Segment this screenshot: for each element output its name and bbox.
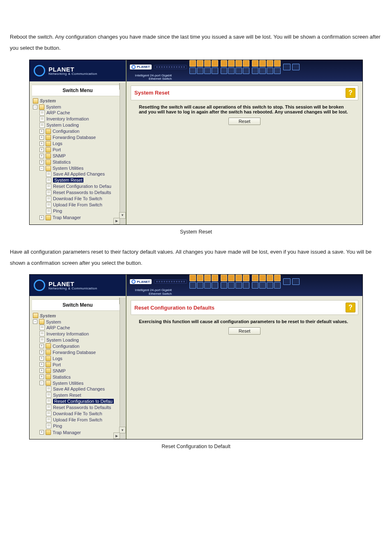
expand-icon[interactable]: + xyxy=(39,154,44,158)
folder-icon xyxy=(46,362,51,367)
svg-point-1 xyxy=(132,280,135,283)
folder-icon xyxy=(46,356,51,361)
doc-icon xyxy=(46,196,51,201)
tree-item[interactable]: Trap Manager xyxy=(53,430,81,435)
tree-item[interactable]: System Reset xyxy=(53,393,81,398)
expand-icon[interactable]: + xyxy=(39,362,44,367)
tree-item[interactable]: Port xyxy=(53,147,61,152)
led-block xyxy=(154,65,187,69)
expand-icon[interactable]: + xyxy=(39,375,44,379)
tree-item[interactable]: Configuration xyxy=(53,344,79,349)
doc-icon xyxy=(46,423,51,428)
tree-item[interactable]: Reset Passwords to Defaults xyxy=(53,190,111,195)
folder-icon xyxy=(46,160,51,165)
tree-item-selected[interactable]: Reset Configuration to Defau xyxy=(53,399,114,404)
expand-icon[interactable]: + xyxy=(39,356,44,361)
folder-icon xyxy=(46,349,51,355)
tree-system-utilities[interactable]: System Utilities xyxy=(53,381,83,386)
help-icon[interactable]: ? xyxy=(346,88,355,98)
tree-item[interactable]: Statistics xyxy=(53,160,71,164)
expand-icon[interactable]: + xyxy=(39,344,44,348)
expand-icon[interactable]: + xyxy=(39,215,44,220)
doc-icon xyxy=(46,178,51,183)
expand-icon[interactable]: + xyxy=(39,135,44,140)
tree-item[interactable]: Inventory Information xyxy=(46,116,89,121)
expand-icon[interactable]: + xyxy=(39,141,44,146)
tree-item[interactable]: Configuration xyxy=(53,129,79,134)
collapse-icon[interactable]: − xyxy=(39,166,44,171)
svg-point-0 xyxy=(132,65,135,69)
doc-icon xyxy=(46,190,51,195)
tree-item[interactable]: Download File To Switch xyxy=(53,196,102,201)
expand-icon[interactable]: + xyxy=(39,350,44,354)
doc-icon xyxy=(46,171,51,177)
figure-caption-1: System Reset xyxy=(10,229,382,235)
expand-icon[interactable]: + xyxy=(39,148,44,152)
tree-item[interactable]: Ping xyxy=(53,423,62,428)
doc-icon xyxy=(39,123,45,128)
tree-item[interactable]: Save All Applied Changes xyxy=(53,386,105,391)
collapse-icon[interactable]: − xyxy=(33,105,37,109)
expand-icon[interactable]: + xyxy=(39,430,44,435)
expand-icon[interactable]: + xyxy=(39,129,44,134)
tree-item[interactable]: Download File To Switch xyxy=(53,411,102,416)
tree-item[interactable]: Trap Manager xyxy=(53,215,81,220)
folder-icon xyxy=(46,141,51,146)
switch-menu-header: Switch Menu xyxy=(32,299,123,311)
tree-item[interactable]: Upload File From Switch xyxy=(53,417,102,422)
planet-ring-icon xyxy=(34,65,45,76)
brand-tagline: Networking & Communication xyxy=(48,72,97,76)
tree-item[interactable]: Ping xyxy=(53,208,62,213)
collapse-icon[interactable]: − xyxy=(39,381,44,385)
tree-item[interactable]: ARP Cache xyxy=(46,110,70,115)
expand-icon[interactable]: + xyxy=(39,368,44,373)
tree-item[interactable]: Forwarding Database xyxy=(53,350,96,355)
tree-item[interactable]: SNMP xyxy=(53,153,66,158)
doc-icon xyxy=(39,110,45,116)
folder-icon xyxy=(46,343,51,349)
panel-title: Reset Configuration to Defaults xyxy=(134,305,214,311)
tree-item[interactable]: Forwarding Database xyxy=(53,135,96,140)
expand-icon[interactable]: + xyxy=(39,160,44,164)
nav-tree: System −System ARP Cache Inventory Infor… xyxy=(30,98,126,224)
brand-block: PLANET Networking & Communication xyxy=(30,275,126,296)
tree-item[interactable]: SNMP xyxy=(53,368,66,373)
tree-item[interactable]: Save All Applied Changes xyxy=(53,171,105,176)
tree-system-utilities[interactable]: System Utilities xyxy=(53,166,83,171)
folder-open-icon xyxy=(39,104,44,110)
folder-icon xyxy=(46,129,51,134)
help-icon[interactable]: ? xyxy=(346,303,355,312)
folder-open-icon xyxy=(39,319,44,324)
tree-item[interactable]: Logs xyxy=(53,141,62,146)
panel-title: System Reset xyxy=(134,90,169,96)
tree-item[interactable]: Port xyxy=(53,362,61,367)
switch-menu-header: Switch Menu xyxy=(32,85,123,96)
tree-root[interactable]: System xyxy=(40,313,56,318)
tree-item[interactable]: Reset Configuration to Defau xyxy=(53,184,111,189)
tree-system[interactable]: System xyxy=(46,319,61,324)
tree-item[interactable]: ARP Cache xyxy=(46,325,70,330)
tree-item[interactable]: System Loading xyxy=(46,123,79,127)
collapse-icon[interactable]: − xyxy=(33,319,37,324)
tree-item[interactable]: Logs xyxy=(53,356,62,361)
reset-button[interactable]: Reset xyxy=(228,327,261,335)
tree-system[interactable]: System xyxy=(46,104,61,109)
doc-icon xyxy=(46,417,51,422)
reset-button[interactable]: Reset xyxy=(228,118,261,125)
brand-tagline: Networking & Communication xyxy=(48,287,97,290)
folder-open-icon xyxy=(33,98,38,104)
doc-icon xyxy=(46,386,51,391)
screenshot-reset-config: Help PLANET Networking & Communication ▲… xyxy=(29,274,363,439)
tree-item-selected[interactable]: System Reset xyxy=(53,178,83,183)
body-paragraph-2: Have all configuration parameters reset … xyxy=(10,246,382,269)
tree-root[interactable]: System xyxy=(40,98,56,103)
folder-icon xyxy=(46,215,51,220)
tree-item[interactable]: Inventory Information xyxy=(46,331,89,336)
tree-item[interactable]: Statistics xyxy=(53,375,71,379)
panel-description: Resetting the switch will cause all oper… xyxy=(139,104,353,114)
tree-item[interactable]: Reset Passwords to Defaults xyxy=(53,405,111,410)
tree-item[interactable]: System Loading xyxy=(46,338,79,342)
tree-item[interactable]: Upload File From Switch xyxy=(53,202,102,207)
doc-icon xyxy=(46,411,51,416)
folder-open-icon xyxy=(46,166,51,171)
